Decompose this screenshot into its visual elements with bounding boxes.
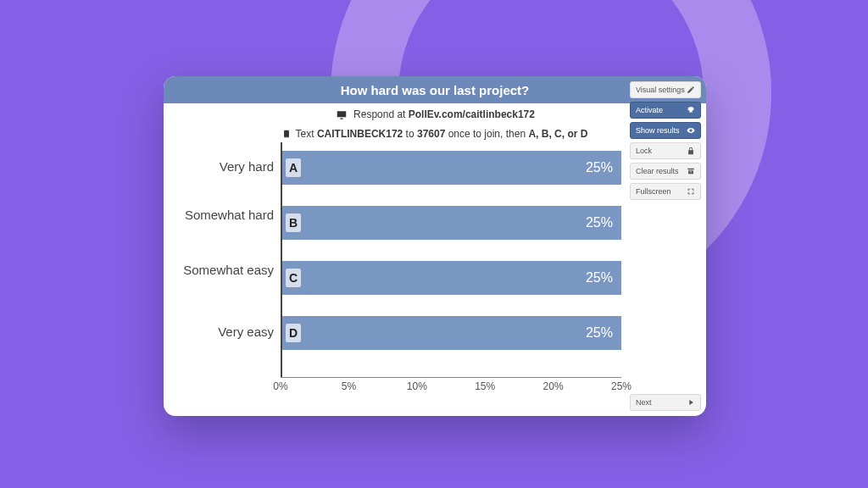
show-results-label: Show results [636, 126, 680, 135]
x-tick: 15% [475, 380, 495, 392]
x-tick: 5% [342, 380, 356, 392]
x-axis: 0% 5% 10% 15% 20% 25% [281, 377, 621, 396]
bar-letter: A [286, 158, 301, 177]
bar-value: 25% [586, 215, 613, 230]
y-label: Somewhat hard [170, 208, 274, 222]
clear-results-label: Clear results [636, 167, 679, 175]
pencil-icon [687, 86, 695, 94]
lock-icon [687, 147, 695, 155]
respond-url: PollEv.com/caitlinbeck172 [409, 108, 535, 120]
bar-b: B 25% [282, 206, 621, 240]
lock-button[interactable]: Lock [630, 142, 701, 159]
plot-area: A 25% B 25% C 25% D 25% [281, 142, 621, 377]
bar-value: 25% [586, 270, 613, 286]
text-number: 37607 [417, 128, 445, 140]
x-tick: 10% [407, 380, 427, 392]
instructions: Respond at PollEv.com/caitlinbeck172 Tex… [164, 107, 706, 146]
clear-results-button[interactable]: Clear results [630, 163, 701, 180]
visual-settings-button[interactable]: Visual settings [630, 81, 701, 98]
text-options: A, B, C, or D [528, 128, 587, 140]
side-controls: Visual settings Activate Show results Lo… [630, 81, 701, 200]
y-label: Very easy [170, 324, 274, 339]
activate-label: Activate [636, 106, 663, 114]
eye-icon [687, 126, 695, 135]
monitor-icon [335, 109, 348, 121]
next-label: Next [636, 398, 652, 407]
text-prefix: Text [296, 128, 317, 140]
trophy-icon [687, 106, 695, 114]
x-tick: 25% [611, 380, 632, 392]
x-tick: 20% [543, 380, 564, 392]
x-tick: 0% [273, 380, 287, 392]
fullscreen-button[interactable]: Fullscreen [630, 183, 701, 200]
visual-settings-label: Visual settings [636, 86, 685, 94]
archive-icon [687, 167, 695, 175]
poll-title: How hard was our last project? [164, 76, 706, 103]
fullscreen-label: Fullscreen [636, 187, 671, 196]
bar-chart: A 25% B 25% C 25% D 25% Very hard Somewh… [170, 142, 621, 396]
expand-icon [687, 187, 695, 196]
play-icon [687, 398, 695, 407]
text-code: CAITLINBECK172 [317, 128, 403, 140]
lock-label: Lock [636, 147, 652, 155]
bar-letter: D [286, 324, 301, 342]
bar-d: D 25% [282, 316, 621, 350]
poll-panel: How hard was our last project? Visual se… [164, 76, 706, 416]
bar-a: A 25% [282, 151, 621, 185]
y-label: Very hard [170, 159, 274, 174]
bar-letter: B [286, 214, 301, 232]
bar-value: 25% [586, 325, 613, 341]
bar-letter: C [286, 269, 301, 287]
text-mid: to [403, 128, 417, 140]
y-label: Somewhat easy [170, 263, 274, 277]
bar-value: 25% [586, 160, 613, 175]
respond-prefix: Respond at [353, 108, 409, 120]
activate-button[interactable]: Activate [630, 102, 701, 119]
bar-c: C 25% [282, 261, 621, 295]
next-button[interactable]: Next [630, 394, 701, 411]
phone-icon [282, 128, 291, 140]
show-results-button[interactable]: Show results [630, 122, 701, 139]
poll-title-text: How hard was our last project? [341, 83, 530, 97]
text-suffix: once to join, then [445, 128, 528, 140]
